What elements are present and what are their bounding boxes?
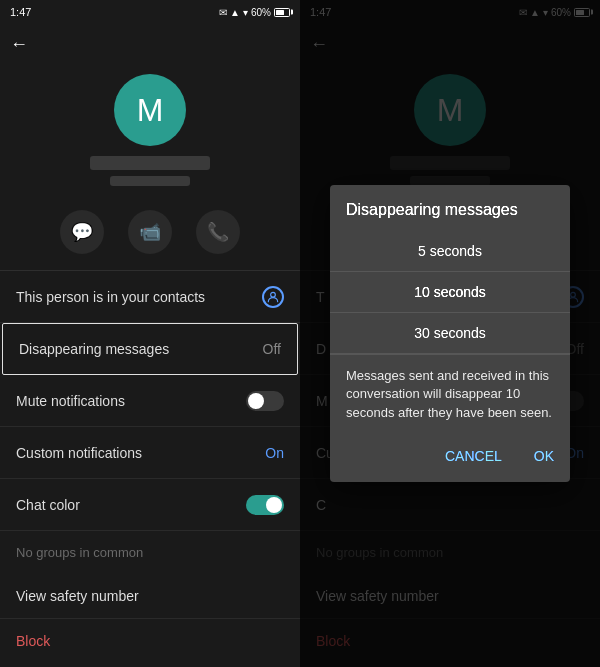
list-item-mute[interactable]: Mute notifications bbox=[0, 375, 300, 427]
list-item-chat-color[interactable]: Chat color bbox=[0, 479, 300, 531]
message-button[interactable]: 💬 bbox=[60, 210, 104, 254]
disappearing-label: Disappearing messages bbox=[19, 341, 169, 357]
option-5-seconds[interactable]: 5 seconds bbox=[330, 231, 570, 272]
battery-text: 60% bbox=[251, 7, 271, 18]
back-button-left[interactable]: ← bbox=[10, 34, 28, 55]
list-item-disappearing[interactable]: Disappearing messages Off bbox=[2, 323, 298, 375]
contact-name-bar bbox=[90, 156, 210, 170]
contact-icon bbox=[262, 286, 284, 308]
mute-toggle-thumb bbox=[248, 393, 264, 409]
custom-value: On bbox=[265, 445, 284, 461]
option-10-seconds[interactable]: 10 seconds bbox=[330, 272, 570, 313]
avatar-section-left: M bbox=[0, 64, 300, 202]
list-item-custom[interactable]: Custom notifications On bbox=[0, 427, 300, 479]
chat-color-thumb bbox=[266, 497, 282, 513]
footer-left: No groups in common View safety number B… bbox=[0, 531, 300, 663]
right-panel-container: 1:47 ✉ ▲ ▾ 60% ← M 💬 📹 📞 bbox=[300, 0, 600, 667]
header-left: ← bbox=[0, 24, 300, 64]
disappearing-value: Off bbox=[263, 341, 281, 357]
svg-point-0 bbox=[271, 292, 276, 297]
option-30-seconds[interactable]: 30 seconds bbox=[330, 313, 570, 354]
mute-toggle[interactable] bbox=[246, 391, 284, 411]
mute-label: Mute notifications bbox=[16, 393, 125, 409]
dialog-title: Disappearing messages bbox=[330, 201, 570, 231]
signal-icon: ▲ bbox=[230, 7, 240, 18]
action-row-left: 💬 📹 📞 bbox=[0, 202, 300, 270]
chat-color-label: Chat color bbox=[16, 497, 80, 513]
dialog-overlay: Disappearing messages 5 seconds 10 secon… bbox=[300, 0, 600, 667]
custom-label: Custom notifications bbox=[16, 445, 142, 461]
block-button-left[interactable]: Block bbox=[0, 619, 300, 663]
chat-color-toggle[interactable] bbox=[246, 495, 284, 515]
cancel-button[interactable]: CANCEL bbox=[437, 442, 510, 470]
wifi-icon: ▾ bbox=[243, 7, 248, 18]
left-panel: 1:47 ✉ ▲ ▾ 60% ← M 💬 📹 📞 This person is … bbox=[0, 0, 300, 667]
call-button[interactable]: 📞 bbox=[196, 210, 240, 254]
avatar-left: M bbox=[114, 74, 186, 146]
contacts-label: This person is in your contacts bbox=[16, 289, 205, 305]
status-time-left: 1:47 bbox=[10, 6, 31, 18]
view-safety-left[interactable]: View safety number bbox=[0, 574, 300, 619]
contact-sub-bar bbox=[110, 176, 190, 186]
disappearing-dialog: Disappearing messages 5 seconds 10 secon… bbox=[330, 185, 570, 482]
list-item-contacts[interactable]: This person is in your contacts bbox=[0, 271, 300, 323]
video-button[interactable]: 📹 bbox=[128, 210, 172, 254]
dialog-buttons: CANCEL OK bbox=[330, 434, 570, 474]
msg-icon: ✉ bbox=[219, 7, 227, 18]
battery-icon-left bbox=[274, 8, 290, 17]
no-groups-left: No groups in common bbox=[0, 531, 300, 574]
status-icons-left: ✉ ▲ ▾ 60% bbox=[219, 7, 290, 18]
status-bar-left: 1:47 ✉ ▲ ▾ 60% bbox=[0, 0, 300, 24]
ok-button[interactable]: OK bbox=[526, 442, 562, 470]
dialog-message: Messages sent and received in this conve… bbox=[330, 354, 570, 434]
